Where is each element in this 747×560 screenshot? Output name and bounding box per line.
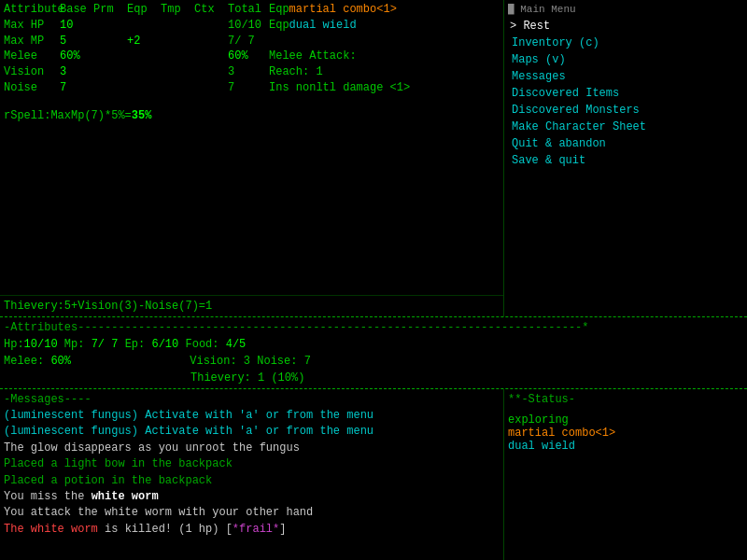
right-menu-panel: █ Main Menu > Rest Inventory (c) Maps (v… xyxy=(504,0,747,316)
attr-base-melee: 60% xyxy=(60,49,93,64)
bottom-section: -Messages---- (luminescent fungus) Activ… xyxy=(0,389,747,560)
save-quit-menu-item[interactable]: Save & quit xyxy=(508,152,743,169)
attr-row-maxmp: Max MP 5 +2 7/ 7 xyxy=(4,34,500,49)
attr-header-row: Attribute Base Prm Eqp Tmp Ctx Total Eqp… xyxy=(4,2,500,18)
maps-menu-item[interactable]: Maps (v) xyxy=(508,51,743,68)
hp-label: Hp: xyxy=(4,338,24,351)
msg-frail: *frail* xyxy=(233,523,279,536)
discovered-monsters-menu-item[interactable]: Discovered Monsters xyxy=(508,102,743,119)
right-arrow-icon: > xyxy=(510,20,523,33)
top-section: Attribute Base Prm Eqp Tmp Ctx Total Eqp… xyxy=(0,0,747,317)
attr-base-vision: 3 xyxy=(60,64,93,80)
attr-tmp-maxhp xyxy=(161,18,194,34)
attr-eqp-maxmp: +2 xyxy=(127,34,161,49)
rest-menu-item[interactable]: > Rest xyxy=(508,18,743,35)
msg-line-5: Placed a potion in the backpack xyxy=(4,473,500,489)
messages-menu-item[interactable]: Messages xyxy=(508,68,743,85)
attr-base-maxmp: 5 xyxy=(60,34,93,49)
inventory-menu-item[interactable]: Inventory (c) xyxy=(508,35,743,51)
messages-panel: -Messages---- (luminescent fungus) Activ… xyxy=(0,389,504,560)
quit-abandon-menu-item[interactable]: Quit & abandon xyxy=(508,135,743,152)
msg-kill-worm: The white worm xyxy=(4,523,98,536)
attr-total-maxhp: 10/10 xyxy=(228,18,265,34)
ins-label: Ins nonltl damage <1> xyxy=(269,80,410,96)
food-label: Food: xyxy=(185,338,225,351)
noise-stat-label: Noise: xyxy=(257,355,303,368)
msg-kill-close: ] xyxy=(279,523,286,536)
mp-label: Mp: xyxy=(64,338,92,351)
attr-prm-maxmp xyxy=(93,34,127,49)
ep-label: Ep: xyxy=(125,338,152,351)
attributes-table: Attribute Base Prm Eqp Tmp Ctx Total Eqp… xyxy=(0,0,503,98)
spell-area: rSpell:MaxMp(7)*5%=35% xyxy=(0,98,503,295)
msg-line-2: (luminescent fungus) Activate with 'a' o… xyxy=(4,424,500,440)
dual-wield-label: dual wield xyxy=(289,18,357,34)
attributes-bar-line1: Hp:10/10 Mp: 7/ 7 Ep: 6/10 Food: 4/5 xyxy=(4,336,743,353)
melee-attack-label: Melee Attack: xyxy=(269,49,357,64)
msg-miss-worm: white worm xyxy=(92,490,159,503)
attr-total-melee: 60% xyxy=(228,49,265,64)
col-header-eqp: Eqp xyxy=(127,2,161,18)
status-state: exploring xyxy=(508,413,743,427)
right-panel-scrollback: █ Main Menu xyxy=(508,2,743,18)
col-header-tmp: Tmp xyxy=(161,2,194,18)
col-header-total: Total xyxy=(228,2,265,18)
attr-base-noise: 7 xyxy=(60,80,93,96)
attr-eqp-noise xyxy=(127,80,161,96)
melee-stat-value: 60% xyxy=(50,355,71,368)
attr-prm-noise xyxy=(93,80,127,96)
eqp-label-header: Eqp xyxy=(269,2,289,18)
attr-row-vision: Vision 3 3 Reach: 1 xyxy=(4,64,500,80)
attr-ctx-maxmp xyxy=(194,34,228,49)
thievery-bar: Thievery:5+Vision(3)-Noise(7)=1 xyxy=(0,295,503,316)
eqp-label-row1: Eqp xyxy=(269,18,289,34)
attr-ctx-melee xyxy=(194,49,228,64)
attr-row-melee: Melee 60% 60% Melee Attack: xyxy=(4,49,500,64)
attr-eqp-vision xyxy=(127,64,161,80)
col-header-attribute: Attribute xyxy=(4,2,60,18)
discovered-items-menu-item[interactable]: Discovered Items xyxy=(508,85,743,102)
msg-line-8: The white worm is killed! (1 hp) [*frail… xyxy=(4,522,500,538)
food-value: 4/5 xyxy=(226,338,247,351)
attr-total-vision: 3 xyxy=(228,64,265,80)
melee-stat-label: Melee: xyxy=(4,355,50,368)
status-panel: **-Status- exploring martial combo<1> du… xyxy=(504,389,747,560)
msg-kill-text: is killed! (1 hp) [ xyxy=(105,523,233,536)
mid-attributes-bar: -Attributes-----------------------------… xyxy=(0,317,747,389)
attr-name-maxmp: Max MP xyxy=(4,34,60,49)
left-panel: Attribute Base Prm Eqp Tmp Ctx Total Eqp… xyxy=(0,0,504,316)
hp-value: 10/10 xyxy=(24,338,58,351)
messages-panel-title: -Messages---- xyxy=(4,391,500,408)
msg-line-7: You attack the white worm with your othe… xyxy=(4,505,500,521)
vision-stat-value: 3 xyxy=(244,355,250,368)
reach-label: Reach: 1 xyxy=(269,64,323,80)
ep-value: 6/10 xyxy=(151,338,178,351)
msg-miss-prefix: You miss the xyxy=(4,490,92,503)
martial-combo-label: martial combo<1> xyxy=(289,2,397,18)
make-char-sheet-menu-item[interactable]: Make Character Sheet xyxy=(508,119,743,135)
col-header-base: Base xyxy=(60,2,93,18)
attr-total-noise: 7 xyxy=(228,80,265,96)
attr-name-vision: Vision xyxy=(4,64,60,80)
thievery-stat-label: Thievery: xyxy=(190,371,258,385)
attr-name-maxhp: Max HP xyxy=(4,18,60,34)
attr-ctx-noise xyxy=(194,80,228,96)
attr-ctx-maxhp xyxy=(194,18,228,34)
attr-tmp-vision xyxy=(161,64,194,80)
attr-prm-vision xyxy=(93,64,127,80)
attributes-bar-title: -Attributes-----------------------------… xyxy=(4,319,743,336)
attr-row-noise: Noise 7 7 Ins nonltl damage <1> xyxy=(4,80,500,96)
attributes-bar-line3: Thievery: 1 (10%) xyxy=(190,370,743,386)
attr-tmp-noise xyxy=(161,80,194,96)
attr-ctx-vision xyxy=(194,64,228,80)
thievery-text: Thievery:5+Vision(3)-Noise(7)=1 xyxy=(4,300,212,313)
spell-result: 35% xyxy=(132,109,152,122)
attr-name-noise: Noise xyxy=(4,80,60,96)
spell-text: rSpell:MaxMp(7)*5%=35% xyxy=(4,109,500,122)
vision-stat-label: Vision: xyxy=(190,355,244,368)
msg-line-1: (luminescent fungus) Activate with 'a' o… xyxy=(4,408,500,424)
status-weapon2: dual wield xyxy=(508,440,743,453)
msg-line-3: The glow disappears as you unroot the fu… xyxy=(4,441,500,456)
attr-base-maxhp: 10 xyxy=(60,18,93,34)
attr-tmp-melee xyxy=(161,49,194,64)
